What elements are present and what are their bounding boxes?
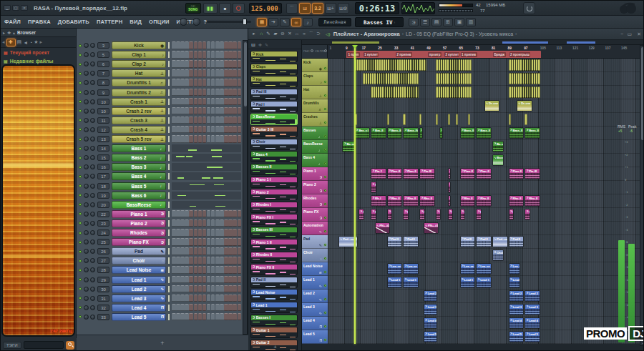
- channel-pan-knob[interactable]: [84, 267, 89, 272]
- playlist-track-kick[interactable]: Kick◉: [302, 59, 328, 72]
- step-cell[interactable]: [185, 285, 189, 293]
- step-cell[interactable]: [207, 126, 211, 134]
- play-button[interactable]: ▮▮: [203, 3, 218, 14]
- menu-item-4[interactable]: ВИД: [126, 19, 145, 25]
- step-cell[interactable]: [185, 60, 189, 68]
- step-cell[interactable]: [238, 107, 242, 115]
- channel-pan-knob[interactable]: [84, 118, 89, 123]
- playlist-pointer-tool[interactable]: ▸: [251, 31, 257, 37]
- step-cell[interactable]: [189, 135, 193, 143]
- channel-enable-led[interactable]: [79, 232, 82, 234]
- clip-bass-ii[interactable]: ЭBass..II: [460, 127, 476, 139]
- channel-preview-strip[interactable]: [172, 172, 241, 180]
- step-cell[interactable]: [215, 219, 220, 227]
- step-cell[interactable]: [176, 276, 180, 284]
- step-cell[interactable]: [194, 276, 198, 284]
- step-cell[interactable]: [233, 210, 237, 218]
- step-cell[interactable]: [189, 117, 193, 124]
- channel-pan-knob[interactable]: [84, 80, 89, 85]
- track-enable-led[interactable]: [324, 67, 327, 70]
- step-cell[interactable]: [189, 229, 193, 237]
- channel-volume-knob[interactable]: [90, 249, 95, 254]
- step-cell[interactable]: [207, 117, 211, 124]
- clip-pia-ii[interactable]: ЭPia..II: [387, 209, 393, 220]
- master-pitch-knob[interactable]: [192, 18, 200, 26]
- clip-pian-ii[interactable]: ЭPian..II: [460, 168, 476, 179]
- step-cell[interactable]: [238, 276, 242, 284]
- step-cell[interactable]: [220, 276, 224, 284]
- channel-volume-knob[interactable]: [90, 109, 95, 114]
- step-cell[interactable]: [180, 257, 185, 265]
- countin-button[interactable]: 3.2: [312, 3, 323, 14]
- channel-volume-knob[interactable]: [90, 230, 95, 235]
- clip-lead-5[interactable]: ЭLead 5: [525, 331, 540, 342]
- step-cell[interactable]: [198, 41, 203, 49]
- timeline-marker[interactable]: 2 припев: [396, 52, 412, 57]
- channel-preview-strip[interactable]: [172, 144, 241, 152]
- step-cell[interactable]: [198, 107, 203, 115]
- playlist-track-piano-2[interactable]: Piano 2Э: [302, 181, 328, 194]
- step-cell[interactable]: [211, 126, 215, 134]
- clip-dr-сти[interactable]: ∿Dr..сти: [484, 100, 500, 112]
- channel-button-piano-2[interactable]: Piano 2Э: [112, 219, 166, 227]
- channel-button-bass-3[interactable]: Bass 3♩: [112, 163, 166, 171]
- clip-lead-1[interactable]: ЭLead 1: [403, 277, 419, 288]
- clip[interactable]: [468, 114, 470, 125]
- step-cell[interactable]: [238, 295, 242, 302]
- clip-bass-ii[interactable]: ЭBass..II: [476, 127, 492, 139]
- step-cell[interactable]: [180, 107, 185, 115]
- step-cell[interactable]: [172, 117, 176, 124]
- step-cell[interactable]: [198, 210, 203, 218]
- clip[interactable]: [436, 114, 438, 125]
- playlist-track-choir[interactable]: Choir◌: [302, 249, 328, 262]
- channel-button-crash-1[interactable]: Crash 1⊥: [112, 98, 166, 106]
- channel-volume-knob[interactable]: [90, 164, 95, 169]
- step-cell[interactable]: [224, 107, 228, 115]
- channel-enable-led[interactable]: [79, 250, 82, 253]
- step-cell[interactable]: [194, 247, 198, 255]
- clip-pad-ii[interactable]: ЭPad II: [509, 236, 525, 247]
- step-cell[interactable]: [215, 126, 220, 134]
- channel-enable-led[interactable]: [79, 212, 82, 215]
- channel-button-bass-1[interactable]: Bass 1♩: [112, 144, 166, 152]
- channel-volume-knob[interactable]: [90, 212, 95, 217]
- step-cell[interactable]: [194, 69, 198, 77]
- picker-pattern-bassreese[interactable]: ЭBassReese: [250, 114, 298, 125]
- channel-volume-knob[interactable]: [90, 193, 95, 198]
- step-cell[interactable]: [194, 51, 198, 59]
- channel-enable-led[interactable]: [79, 72, 82, 75]
- step-cell[interactable]: [215, 135, 220, 143]
- step-cell[interactable]: [220, 219, 224, 227]
- picker-pattern-bass-4[interactable]: ЭBass 4: [250, 151, 298, 162]
- step-cell[interactable]: [238, 285, 242, 293]
- open-playlist-button[interactable]: Э: [409, 18, 419, 26]
- step-cell[interactable]: [203, 210, 207, 218]
- playlist-select-tool[interactable]: ⌯: [301, 31, 307, 37]
- step-cell[interactable]: [185, 219, 189, 227]
- channel-pan-knob[interactable]: [84, 315, 89, 320]
- channel-button-clap-1[interactable]: Clap 1♪: [112, 51, 166, 59]
- step-cell[interactable]: [189, 295, 193, 302]
- clip-pian-ii[interactable]: ЭPian..II: [387, 168, 403, 179]
- step-cell[interactable]: [198, 79, 203, 86]
- channel-enable-led[interactable]: [79, 241, 82, 244]
- browser-item-0[interactable]: ▤Текущий проект: [1, 48, 76, 56]
- step-cell[interactable]: [220, 79, 224, 86]
- playlist-slip-tool[interactable]: ↔: [294, 31, 300, 37]
- step-cell[interactable]: [198, 276, 203, 284]
- draw-mode-button[interactable]: ✎: [280, 18, 290, 26]
- playlist-track-lead-3[interactable]: Lead 3∿: [302, 303, 328, 317]
- step-cell[interactable]: [176, 117, 180, 124]
- step-cell[interactable]: [172, 210, 176, 218]
- channel-button-piano-fx[interactable]: Piano FXЭ: [112, 238, 166, 246]
- step-cell[interactable]: [185, 41, 189, 49]
- step-cell[interactable]: [211, 285, 215, 293]
- channel-volume-knob[interactable]: [90, 267, 95, 272]
- step-cell[interactable]: [203, 238, 207, 246]
- clip[interactable]: [371, 86, 419, 98]
- picker-pattern-piano-1-i[interactable]: ЭPiano 1 I: [250, 177, 298, 188]
- track-enable-led[interactable]: [324, 230, 327, 233]
- channel-volume-knob[interactable]: [90, 239, 95, 244]
- shuffle-slider[interactable]: [207, 21, 251, 23]
- track-enable-led[interactable]: [324, 339, 327, 342]
